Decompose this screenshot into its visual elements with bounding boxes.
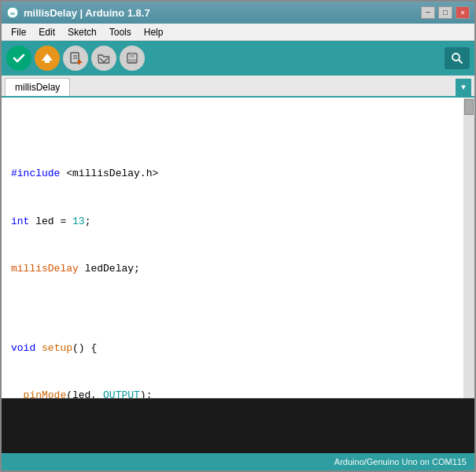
code-line-2: int led = 13; [11,214,454,230]
scrollbar-thumb[interactable] [464,99,474,115]
search-button[interactable] [445,47,470,69]
open-icon [98,52,110,65]
save-button[interactable] [120,46,145,71]
svg-rect-11 [128,59,136,62]
upload-icon [40,51,54,65]
menu-tools[interactable]: Tools [103,25,138,39]
toolbar-left [6,46,145,71]
code-editor[interactable]: #include <millisDelay.h> int led = 13; m… [2,98,463,398]
maximize-button[interactable]: □ [438,6,452,19]
code-line-6: pinMode(led, OUTPUT); [11,388,454,398]
search-icon [451,52,463,65]
new-button[interactable] [63,46,88,71]
menu-bar: File Edit Sketch Tools Help [2,24,474,41]
title-bar: ∞ millisDelay | Arduino 1.8.7 ─ □ ✕ [2,2,474,24]
title-bar-left: ∞ millisDelay | Arduino 1.8.7 [6,6,150,19]
tab-dropdown-button[interactable]: ▼ [456,79,471,96]
close-button[interactable]: ✕ [456,6,470,19]
code-line-5: void setup() { [11,341,454,356]
new-icon [69,52,82,65]
menu-sketch[interactable]: Sketch [61,25,103,39]
svg-rect-10 [130,53,135,57]
menu-help[interactable]: Help [138,25,170,39]
title-bar-controls: ─ □ ✕ [421,6,470,19]
upload-button[interactable] [35,46,60,71]
scrollbar[interactable] [463,98,474,398]
save-icon [126,52,138,65]
arduino-window: ∞ millisDelay | Arduino 1.8.7 ─ □ ✕ File… [0,0,476,472]
menu-file[interactable]: File [5,25,32,39]
tab-bar: millisDelay ▼ [2,76,474,98]
arduino-icon: ∞ [6,6,19,19]
minimize-button[interactable]: ─ [421,6,435,19]
toolbar [2,41,474,76]
svg-text:∞: ∞ [10,10,15,18]
window-title: millisDelay | Arduino 1.8.7 [24,7,150,19]
verify-button[interactable] [6,46,31,71]
verify-icon [12,51,26,65]
status-text: Arduino/Genuino Uno on COM115 [334,457,467,466]
svg-rect-3 [45,61,50,63]
code-line-3: millisDelay ledDelay; [11,261,454,277]
code-line-1: #include <millisDelay.h> [11,166,454,182]
tab-millisdelay[interactable]: millisDelay [5,78,70,96]
menu-edit[interactable]: Edit [32,25,61,39]
status-bar: Arduino/Genuino Uno on COM115 [2,453,474,470]
code-content: #include <millisDelay.h> int led = 13; m… [11,135,454,398]
svg-line-13 [459,60,462,63]
editor-container: #include <millisDelay.h> int led = 13; m… [2,98,474,398]
svg-marker-2 [42,53,53,61]
open-button[interactable] [91,46,116,71]
console-area [2,398,474,453]
